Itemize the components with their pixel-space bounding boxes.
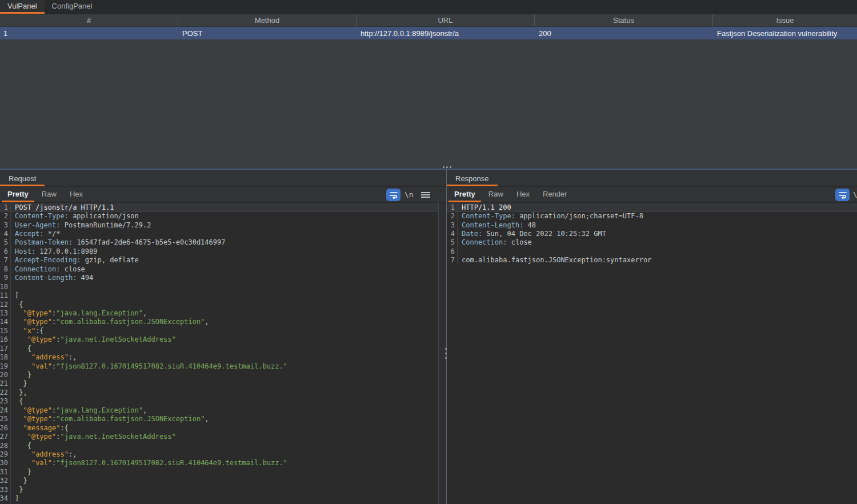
code-line: 32 } xyxy=(0,477,438,485)
subtab-raw[interactable]: Raw xyxy=(483,187,509,202)
column-header[interactable]: URL xyxy=(357,14,535,26)
newline-toggle-icon[interactable]: \n xyxy=(853,190,857,199)
line-content: Date: Sun, 04 Dec 2022 10:25:32 GMT xyxy=(458,230,606,238)
column-header[interactable]: Status xyxy=(535,14,713,26)
code-line: 2Content-Type: application/json;charset=… xyxy=(447,211,857,220)
line-content: "@type":"java.net.InetSocketAddress" xyxy=(11,433,176,441)
line-content: { xyxy=(11,397,23,405)
line-content: "address":, xyxy=(11,450,77,458)
splitter-grip-icon[interactable] xyxy=(443,166,451,168)
tab-response[interactable]: Response xyxy=(447,171,498,186)
request-editor[interactable]: 1POST /jsonstr/a HTTP/1.12Content-Type: … xyxy=(0,203,439,504)
column-header[interactable]: Issue xyxy=(713,14,857,26)
line-content: com.alibaba.fastjson.JSONException:synta… xyxy=(458,256,651,264)
editor-menu-icon[interactable] xyxy=(421,192,430,198)
code-line: 3Content-Length: 48 xyxy=(447,221,857,229)
line-content: POST /jsonstr/a HTTP/1.1 xyxy=(11,203,114,211)
cell-url: http://127.0.0.1:8989/jsonstr/a xyxy=(357,27,535,39)
wrap-lines-button[interactable] xyxy=(386,189,401,201)
line-number: 4 xyxy=(447,229,458,238)
line-content: { xyxy=(11,442,31,450)
code-line: 6Host: 127.0.0.1:8989 xyxy=(0,247,438,255)
subtab-pretty[interactable]: Pretty xyxy=(2,187,34,202)
column-header[interactable]: # xyxy=(0,14,178,26)
line-number: 7 xyxy=(447,256,458,265)
code-line: 34] xyxy=(0,494,438,502)
line-number: 28 xyxy=(0,441,11,450)
code-line: 11[ xyxy=(0,291,438,299)
line-number: 20 xyxy=(0,370,11,379)
results-table-body[interactable] xyxy=(0,39,857,166)
code-line: 15 "x":{ xyxy=(0,326,438,335)
newline-toggle-icon[interactable]: \n xyxy=(405,190,414,199)
code-line: 5Connection: close xyxy=(447,238,857,247)
code-line: 5Postman-Token: 16547fad-2de6-4675-b5e5-… xyxy=(0,238,438,247)
line-number: 15 xyxy=(0,326,11,335)
code-line: 7com.alibaba.fastjson.JSONException:synt… xyxy=(447,256,857,265)
code-line: 4Accept: */* xyxy=(0,229,438,238)
code-line: 19 "val":"fjson8127.0.1670149517082.siuR… xyxy=(0,362,438,370)
line-content: Content-Length: 48 xyxy=(458,221,536,229)
line-number: 1 xyxy=(447,203,458,211)
line-number: 30 xyxy=(0,459,11,467)
code-line: 28 { xyxy=(0,441,438,450)
line-number: 22 xyxy=(0,388,11,397)
cell-number: 1 xyxy=(0,27,178,39)
bottom-section: Request PrettyRawHex \n 1POST /jsonstr/a… xyxy=(0,170,857,504)
line-number: 26 xyxy=(0,423,11,432)
code-line: 13 "@type":"java.lang.Exception", xyxy=(0,309,438,317)
response-editor[interactable]: 1HTTP/1.1 2002Content-Type: application/… xyxy=(447,203,857,504)
line-number: 8 xyxy=(0,265,11,273)
line-number: 6 xyxy=(0,247,11,255)
line-number: 2 xyxy=(0,211,11,220)
subtab-hex[interactable]: Hex xyxy=(511,187,535,202)
response-panel-head: Response xyxy=(447,170,857,187)
line-content: } xyxy=(11,486,23,494)
line-number: 5 xyxy=(0,238,11,247)
code-line: 25 "@type":"com.alibaba.fastjson.JSONExc… xyxy=(0,415,438,423)
line-number: 34 xyxy=(0,494,11,502)
request-subtabs: PrettyRawHex \n xyxy=(0,187,446,203)
line-content: "@type":"com.alibaba.fastjson.JSONExcept… xyxy=(11,318,209,326)
code-line: 26 "message":{ xyxy=(0,423,438,432)
table-row[interactable]: 1POSThttp://127.0.0.1:8989/jsonstr/a200F… xyxy=(0,27,857,39)
column-header[interactable]: Method xyxy=(178,14,357,26)
subtab-raw[interactable]: Raw xyxy=(36,187,62,202)
code-line: 29 "address":, xyxy=(0,450,438,458)
code-line: 4Date: Sun, 04 Dec 2022 10:25:32 GMT xyxy=(447,229,857,238)
line-number: 3 xyxy=(0,221,11,229)
wrap-lines-button[interactable] xyxy=(835,189,850,201)
line-number: 17 xyxy=(0,344,11,353)
line-content: "val":"fjson8127.0.1670149517082.siuR.41… xyxy=(11,362,287,370)
line-content: User-Agent: PostmanRuntime/7.29.2 xyxy=(11,221,151,229)
code-line: 30 "val":"fjson8127.0.1670149517082.siuR… xyxy=(0,459,438,467)
code-line: 12 { xyxy=(0,300,438,309)
line-number: 4 xyxy=(0,229,11,238)
code-line: 17 { xyxy=(0,344,438,353)
request-panel-head: Request xyxy=(0,170,446,187)
cell-status: 200 xyxy=(535,27,713,39)
subtab-hex[interactable]: Hex xyxy=(64,187,89,202)
line-number: 24 xyxy=(0,406,11,414)
splitter-grip-icon[interactable] xyxy=(445,348,447,359)
code-line: 1HTTP/1.1 200 xyxy=(447,203,857,211)
code-line: 27 "@type":"java.net.InetSocketAddress" xyxy=(0,432,438,441)
line-number: 9 xyxy=(0,274,11,282)
tab-request[interactable]: Request xyxy=(0,171,45,186)
line-content: "@type":"java.net.InetSocketAddress" xyxy=(11,335,176,343)
code-line: 14 "@type":"com.alibaba.fastjson.JSONExc… xyxy=(0,318,438,326)
line-number: 2 xyxy=(447,211,458,220)
tab-vulpanel[interactable]: VulPanel xyxy=(0,0,45,14)
line-content: Accept: */* xyxy=(11,230,60,238)
subtab-pretty[interactable]: Pretty xyxy=(448,187,481,202)
code-line: 6 xyxy=(447,247,857,255)
line-content: Content-Length: 494 xyxy=(11,274,93,282)
line-content: "@type":"java.lang.Exception", xyxy=(11,309,147,317)
tab-configpanel[interactable]: ConfigPanel xyxy=(45,0,100,14)
vertical-splitter[interactable] xyxy=(446,170,447,504)
code-line: 23 { xyxy=(0,397,438,406)
response-panel: Response PrettyRawHexRender \n 1HTTP/1.1… xyxy=(447,170,857,504)
line-content: }, xyxy=(11,389,27,397)
code-line: 21 } xyxy=(0,379,438,388)
subtab-render[interactable]: Render xyxy=(537,187,573,202)
